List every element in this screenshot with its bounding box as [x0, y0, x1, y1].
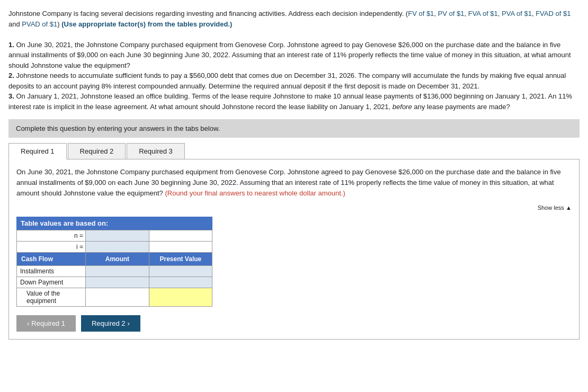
values-table: n = i = Cash Flow Amount Present Value I…	[16, 230, 212, 307]
intro-line1: Johnstone Company is facing several deci…	[8, 8, 580, 29]
problem-2: 2. Johnstone needs to accumulate suffici…	[8, 70, 580, 91]
fva-link[interactable]: FVA of $1	[468, 10, 498, 17]
total-amount-cell	[86, 288, 149, 307]
total-pv-input[interactable]	[153, 293, 209, 301]
problem-1: 1. On June 30, 2021, the Johnstone Compa…	[8, 40, 580, 71]
n-row: n =	[17, 230, 212, 242]
col-pv-header: Present Value	[149, 253, 212, 266]
total-pv-cell[interactable]	[149, 288, 212, 307]
col-amount-header: Amount	[86, 253, 149, 266]
downpayment-pv-cell[interactable]	[149, 277, 212, 288]
n-label: n =	[17, 230, 86, 242]
intro-section: Johnstone Company is facing several deci…	[8, 8, 580, 112]
col-cashflow-header: Cash Flow	[17, 253, 86, 266]
pv-link[interactable]: PV of $1	[438, 10, 465, 17]
i-input[interactable]	[89, 243, 146, 251]
tab-required2[interactable]: Required 2	[68, 143, 126, 159]
pva-link[interactable]: PVA of $1	[502, 10, 532, 17]
installments-pv-cell[interactable]	[149, 266, 212, 277]
installments-label: Installments	[17, 266, 86, 277]
downpayment-label: Down Payment	[17, 277, 86, 288]
prev-button[interactable]: ‹ Required 1	[16, 315, 76, 332]
tab-content: On June 30, 2021, the Johnstone Company …	[8, 159, 580, 340]
fvad-link[interactable]: FVAD of $1	[536, 10, 571, 17]
problem-3: 3. On January 1, 2021, Johnstone leased …	[8, 91, 580, 112]
table-header-label: Table values are based on:	[16, 217, 212, 230]
installments-amount-cell[interactable]	[86, 266, 149, 277]
round-note: (Round your final answers to nearest who…	[165, 189, 345, 197]
installments-amount-input[interactable]	[89, 268, 146, 275]
next-icon: ›	[128, 319, 130, 327]
buttons-row: ‹ Required 1 Required 2 ›	[16, 315, 572, 332]
table-section: Table values are based on: n = i = Cash …	[16, 217, 572, 307]
i-row: i =	[17, 242, 212, 253]
i-input-cell[interactable]	[86, 242, 149, 253]
installments-pv-input[interactable]	[153, 268, 209, 275]
bold-instruction: (Use appropriate factor(s) from the tabl…	[61, 20, 232, 28]
i-label: i =	[17, 242, 86, 253]
prev-icon: ‹	[27, 319, 29, 327]
tab-required1[interactable]: Required 1	[8, 143, 67, 159]
n-input-cell[interactable]	[86, 230, 149, 242]
installments-row: Installments	[17, 266, 212, 277]
downpayment-row: Down Payment	[17, 277, 212, 288]
downpayment-amount-input[interactable]	[89, 279, 146, 286]
complete-box: Complete this question by entering your …	[8, 119, 580, 138]
next-button[interactable]: Required 2 ›	[81, 315, 140, 332]
column-header-row: Cash Flow Amount Present Value	[17, 253, 212, 266]
n-extra-cell	[149, 230, 212, 242]
i-extra-cell	[149, 242, 212, 253]
downpayment-amount-cell[interactable]	[86, 277, 149, 288]
tabs-row: Required 1 Required 2 Required 3	[8, 143, 580, 159]
total-label: Value of the equipment	[17, 288, 86, 307]
fv-link[interactable]: FV of $1	[408, 10, 434, 17]
n-input[interactable]	[89, 232, 146, 239]
tab-required3[interactable]: Required 3	[127, 143, 185, 159]
next-label: Required 2	[92, 319, 126, 327]
prev-label: Required 1	[31, 319, 65, 327]
downpayment-pv-input[interactable]	[153, 279, 209, 286]
total-row: Value of the equipment	[17, 288, 212, 307]
pvad-link[interactable]: PVAD of $1	[22, 20, 57, 28]
show-less-button[interactable]: Show less ▲	[16, 204, 572, 211]
tab-description: On June 30, 2021, the Johnstone Company …	[16, 167, 572, 199]
